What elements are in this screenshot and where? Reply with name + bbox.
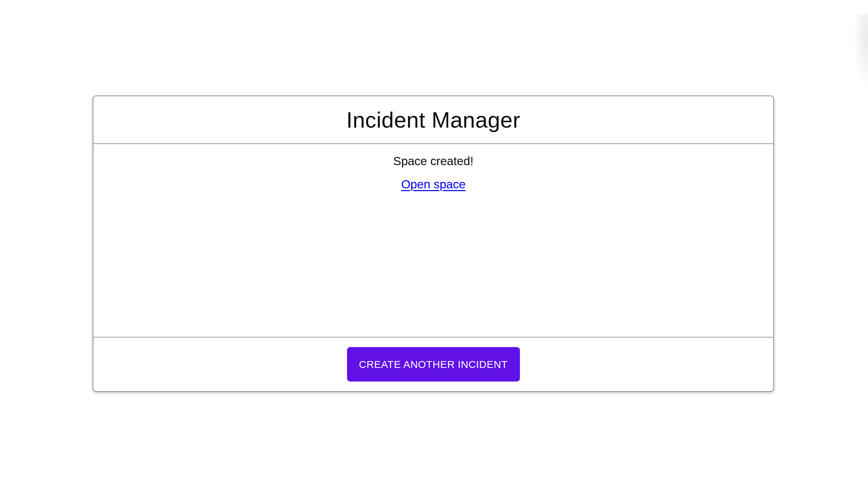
status-message: Space created!: [93, 154, 773, 168]
page-title: Incident Manager: [346, 107, 520, 133]
open-space-link[interactable]: Open space: [401, 177, 466, 191]
incident-manager-card: Incident Manager Space created! Open spa…: [93, 96, 774, 392]
card-footer: CREATE ANOTHER INCIDENT: [93, 337, 773, 391]
create-another-incident-button[interactable]: CREATE ANOTHER INCIDENT: [347, 347, 520, 382]
page-corner-smudge: [853, 14, 868, 89]
card-body: Space created! Open space: [93, 144, 773, 337]
card-header: Incident Manager: [93, 96, 773, 144]
